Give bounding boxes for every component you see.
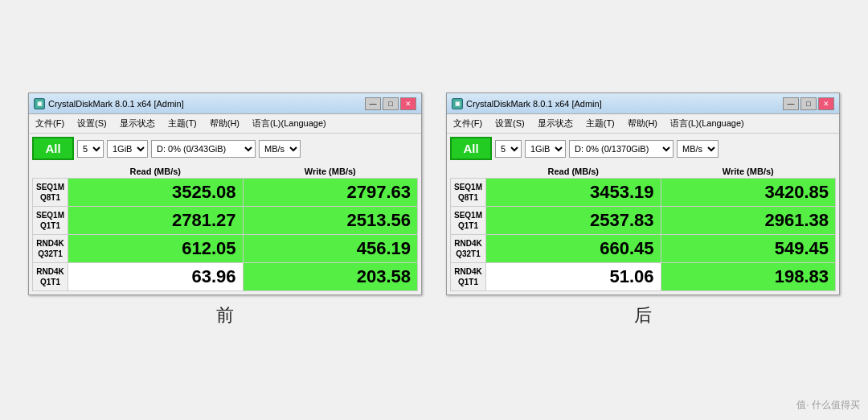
table-row: SEQ1MQ1T12537.832961.38 xyxy=(451,207,836,235)
row-label: RND4KQ1T1 xyxy=(451,263,486,291)
menu-item[interactable]: 语言(L)(Language) xyxy=(667,116,747,131)
row-label: RND4KQ1T1 xyxy=(33,263,68,291)
menu-item[interactable]: 主题(T) xyxy=(583,116,618,131)
table-row: RND4KQ1T163.96203.58 xyxy=(33,263,418,291)
drive-select[interactable]: D: 0% (0/343GiB) xyxy=(151,140,256,158)
table-row: RND4KQ32T1660.45549.45 xyxy=(451,235,836,263)
watermark: 值· 什么值得买 xyxy=(796,398,860,412)
window-before: ▣CrystalDiskMark 8.0.1 x64 [Admin]—□✕文件(… xyxy=(28,93,422,295)
read-value: 612.05 xyxy=(68,235,243,263)
read-value: 63.96 xyxy=(68,263,243,291)
close-button[interactable]: ✕ xyxy=(818,97,834,110)
row-label: RND4KQ32T1 xyxy=(451,235,486,263)
menu-item[interactable]: 显示状态 xyxy=(117,116,158,131)
panel-label-after: 后 xyxy=(634,303,652,327)
drive-select[interactable]: D: 0% (0/1370GiB) xyxy=(569,140,674,158)
menu-item[interactable]: 设置(S) xyxy=(492,116,528,131)
read-value: 2537.83 xyxy=(486,207,661,235)
toolbar-before: All51GiBD: 0% (0/343GiB)MB/s xyxy=(29,134,421,163)
menu-item[interactable]: 主题(T) xyxy=(165,116,200,131)
row-label: SEQ1MQ1T1 xyxy=(33,207,68,235)
close-button[interactable]: ✕ xyxy=(400,97,416,110)
read-value: 51.06 xyxy=(486,263,661,291)
maximize-button[interactable]: □ xyxy=(800,97,817,110)
read-header: Read (MB/s) xyxy=(486,165,661,179)
toolbar-after: All51GiBD: 0% (0/1370GiB)MB/s xyxy=(447,134,839,163)
row-label: RND4KQ32T1 xyxy=(33,235,68,263)
write-value: 2513.56 xyxy=(243,207,418,235)
menu-item[interactable]: 帮助(H) xyxy=(624,116,661,131)
read-value: 660.45 xyxy=(486,235,661,263)
size-select[interactable]: 1GiB xyxy=(107,140,148,158)
window-after: ▣CrystalDiskMark 8.0.1 x64 [Admin]—□✕文件(… xyxy=(446,93,840,295)
panels-container: ▣CrystalDiskMark 8.0.1 x64 [Admin]—□✕文件(… xyxy=(28,93,840,327)
title-bar-after: ▣CrystalDiskMark 8.0.1 x64 [Admin]—□✕ xyxy=(447,93,839,114)
all-button[interactable]: All xyxy=(32,137,74,160)
write-value: 2961.38 xyxy=(661,207,836,235)
title-text-after: CrystalDiskMark 8.0.1 x64 [Admin] xyxy=(466,99,602,109)
write-value: 456.19 xyxy=(243,235,418,263)
panel-label-before: 前 xyxy=(216,303,234,327)
title-text-before: CrystalDiskMark 8.0.1 x64 [Admin] xyxy=(48,99,184,109)
unit-select[interactable]: MB/s xyxy=(259,140,301,158)
read-value: 3525.08 xyxy=(68,179,243,207)
menu-item[interactable]: 设置(S) xyxy=(74,116,110,131)
row-label: SEQ1MQ8T1 xyxy=(33,179,68,207)
read-value: 2781.27 xyxy=(68,207,243,235)
table-row: SEQ1MQ8T13525.082797.63 xyxy=(33,179,418,207)
all-button[interactable]: All xyxy=(450,137,492,160)
menu-item[interactable]: 文件(F) xyxy=(450,116,485,131)
table-row: RND4KQ32T1612.05456.19 xyxy=(33,235,418,263)
write-header: Write (MB/s) xyxy=(243,165,418,179)
menu-item[interactable]: 帮助(H) xyxy=(207,116,243,131)
count-select[interactable]: 5 xyxy=(77,140,104,158)
count-select[interactable]: 5 xyxy=(495,140,522,158)
write-value: 2797.63 xyxy=(243,179,418,207)
menu-bar-before: 文件(F)设置(S)显示状态主题(T)帮助(H)语言(L)(Language) xyxy=(29,114,421,134)
menu-item[interactable]: 语言(L)(Language) xyxy=(249,116,330,131)
title-bar-before: ▣CrystalDiskMark 8.0.1 x64 [Admin]—□✕ xyxy=(29,93,421,114)
table-row: SEQ1MQ8T13453.193420.85 xyxy=(451,179,836,207)
bench-table-before: Read (MB/s)Write (MB/s)SEQ1MQ8T13525.082… xyxy=(32,165,418,291)
read-value: 3453.19 xyxy=(486,179,661,207)
write-value: 3420.85 xyxy=(661,179,836,207)
unit-select[interactable]: MB/s xyxy=(677,140,719,158)
menu-bar-after: 文件(F)设置(S)显示状态主题(T)帮助(H)语言(L)(Language) xyxy=(447,114,839,134)
write-value: 198.83 xyxy=(661,263,836,291)
table-row: RND4KQ1T151.06198.83 xyxy=(451,263,836,291)
menu-item[interactable]: 显示状态 xyxy=(534,116,576,131)
bench-table-after: Read (MB/s)Write (MB/s)SEQ1MQ8T13453.193… xyxy=(450,165,836,291)
row-label: SEQ1MQ1T1 xyxy=(451,207,486,235)
read-header: Read (MB/s) xyxy=(68,165,243,179)
panel-wrapper-before: ▣CrystalDiskMark 8.0.1 x64 [Admin]—□✕文件(… xyxy=(28,93,422,327)
menu-item[interactable]: 文件(F) xyxy=(32,116,68,131)
app-icon: ▣ xyxy=(452,98,463,109)
write-value: 203.58 xyxy=(243,263,418,291)
maximize-button[interactable]: □ xyxy=(383,97,399,110)
write-header: Write (MB/s) xyxy=(661,165,836,179)
size-select[interactable]: 1GiB xyxy=(525,140,566,158)
app-icon: ▣ xyxy=(34,98,45,109)
row-label: SEQ1MQ8T1 xyxy=(451,179,486,207)
minimize-button[interactable]: — xyxy=(365,97,381,110)
write-value: 549.45 xyxy=(661,235,836,263)
minimize-button[interactable]: — xyxy=(783,97,799,110)
table-row: SEQ1MQ1T12781.272513.56 xyxy=(33,207,418,235)
panel-wrapper-after: ▣CrystalDiskMark 8.0.1 x64 [Admin]—□✕文件(… xyxy=(446,93,840,327)
